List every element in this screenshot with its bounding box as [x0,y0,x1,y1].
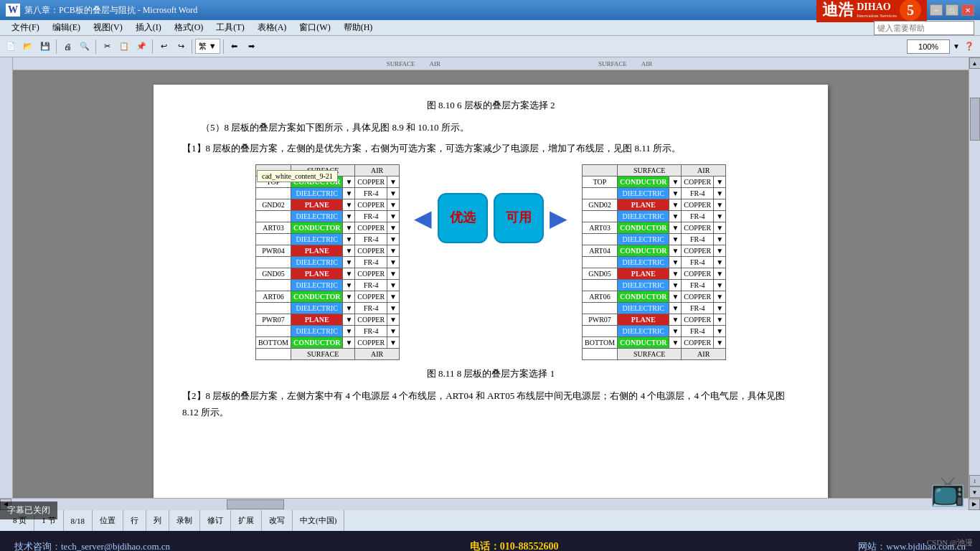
para-3-text: 【2】8 层板的叠层方案，左侧方案中有 4 个电源层 4 个布线层，ART04 … [182,390,785,418]
right-scrollbar[interactable]: ▲ ↕ ▼ [969,57,980,498]
undo-button[interactable]: ↩ [156,39,171,55]
table-row: ART04CONDUCTOR▼COPPER▼ [583,245,726,256]
redo-button[interactable]: ↪ [173,39,189,55]
doc-bg[interactable]: 图 8.10 6 层板的叠层方案选择 2 （5）8 层板的叠层方案如下图所示，具… [13,70,969,498]
hscroll-right-button[interactable]: ▶ [969,499,980,510]
lang-selector[interactable]: 繁 ▼ [195,39,220,54]
table-row: DIELECTRIC▼FR-4▼ [255,256,399,268]
scroll-up-button[interactable]: ▲ [969,57,981,69]
table-row: PWR07PLANE▼COPPER▼ [255,314,399,325]
arrows-middle: ◀ 优选 可用 ▶ [414,164,567,258]
tv-icon: 📺 [930,474,966,508]
subtitle-text: 字幕已关闭 [7,505,50,515]
menu-table[interactable]: 表格(A) [252,20,293,35]
usable-text: 可用 [506,210,532,226]
top-ruler: SURFACEAIR SURFACEAIR [13,57,969,70]
table-row: DIELECTRIC▼FR-4▼ [583,279,726,291]
promo-tech: 技术咨询：tech_server@bjdihao.com.cn [14,540,170,551]
dihao-logo-area: 迪浩 DIHAO Innovation Services 5 [816,0,927,22]
toolbar-sep1 [56,39,57,54]
zoom-label: ▼ [951,42,960,50]
menu-tools[interactable]: 工具(T) [210,20,250,35]
scroll-track[interactable] [969,69,981,475]
table-row: ART03CONDUCTOR▼COPPER▼ [583,222,726,233]
status-bar: 8 页 1 节 8/18 位置 行 列 录制 修订 扩展 改写 中文(中国) [0,509,980,531]
scroll-thumb[interactable] [970,98,980,141]
position-label: 位置 [100,515,116,526]
new-button[interactable]: 📄 [3,39,19,55]
status-page-of: 8/18 [64,510,93,531]
open-button[interactable]: 📂 [20,39,36,55]
col-label: 列 [154,515,161,526]
caption-810: 图 8.10 6 层板的叠层方案选择 2 [182,99,799,112]
zoom-input[interactable] [907,39,950,54]
word-icon: W [6,4,20,17]
table-row: ART03CONDUCTOR▼COPPER▼ [255,222,399,233]
dihao-en: DIHAO Innovation Services [857,1,897,19]
table-footer-row: SURFACEAIR [583,348,726,359]
preview-button[interactable]: 🔍 [77,39,93,55]
paste-button[interactable]: 📌 [133,39,149,55]
status-extend: 扩展 [231,510,262,531]
table-row: DIELECTRIC▼FR-4▼ [255,279,399,291]
right-table-container: SURFACE AIR TOPCONDUCTOR▼COPPER▼ DIELECT… [582,164,726,360]
left-table-container: cad_white_content_9-21 SURFACE AIR TO [255,164,400,360]
cad-tooltip: cad_white_content_9-21 [257,170,338,182]
table-row: PWR04PLANE▼COPPER▼ [255,245,399,256]
tb-btn7[interactable]: ➡ [244,39,260,55]
left-arrow-icon: ◀ [414,204,432,232]
search-input[interactable] [874,21,974,35]
menu-edit[interactable]: 编辑(E) [47,20,86,35]
table-row: DIELECTRIC▼FR-4▼ [583,256,726,268]
page-content: 图 8.10 6 层板的叠层方案选择 2 （5）8 层板的叠层方案如下图所示，具… [154,85,828,498]
menu-insert[interactable]: 插入(I) [130,20,167,35]
col-air-r: AIR [682,164,726,176]
copy-button[interactable]: 📋 [116,39,132,55]
promo-bar: 技术咨询：tech_server@bjdihao.com.cn 电话：010-8… [0,531,980,551]
table-row: TOPCONDUCTOR▼COPPER▼ [583,176,726,187]
menu-format[interactable]: 格式(O) [169,20,209,35]
doc-scroll-area[interactable]: SURFACEAIR SURFACEAIR 图 8.10 6 层板的叠层方案选择… [13,57,969,498]
para-3: 【2】8 层板的叠层方案，左侧方案中有 4 个电源层 4 个布线层，ART04 … [182,387,799,421]
save-button[interactable]: 💾 [37,39,53,55]
menu-file[interactable]: 文件(F) [6,20,45,35]
menu-window[interactable]: 窗口(W) [293,20,336,35]
status-row: 行 [123,510,146,531]
para-2: 【1】8 层板的叠层方案，左侧的是优先方案，右侧为可选方案，可选方案减少了电源层… [182,140,799,156]
cut-button[interactable]: ✂ [99,39,115,55]
tables-container: cad_white_content_9-21 SURFACE AIR TO [182,164,799,360]
print-button[interactable]: 🖨 [60,39,75,55]
close-button[interactable]: ✕ [961,4,974,16]
language-label: 中文(中国) [300,515,336,526]
para-1: （5）8 层板的叠层方案如下图所示，具体见图 8.9 和 10.10 所示。 [182,119,799,136]
record-label: 录制 [176,515,192,526]
maximize-button[interactable]: □ [946,4,958,16]
table-row: DIELECTRIC▼FR-4▼ [583,325,726,336]
status-col: 列 [146,510,169,531]
dihao-chinese: 迪浩 [822,0,854,21]
toolbar: 📄 📂 💾 🖨 🔍 ✂ 📋 📌 ↩ ↪ 繁 ▼ ⬅ ➡ ▼ ❓ [0,36,980,57]
hscroll-track[interactable] [11,499,969,510]
table-row: DIELECTRIC▼FR-4▼ [255,233,399,245]
arrows-row: ◀ 优选 可用 ▶ [414,193,567,243]
minimize-button[interactable]: ─ [930,4,943,16]
track-label: 修订 [207,515,223,526]
promo-phone: 电话：010-88552600 [470,540,559,551]
table-row: PWR07PLANE▼COPPER▼ [583,314,726,325]
scroll-to-end-button[interactable]: ↕ [969,475,981,486]
menu-view[interactable]: 视图(V) [88,20,128,35]
left-ruler [0,57,13,498]
right-layer-table: SURFACE AIR TOPCONDUCTOR▼COPPER▼ DIELECT… [582,164,726,360]
overwrite-label: 改写 [269,515,285,526]
tb-btn6[interactable]: ⬅ [227,39,242,55]
help-btn[interactable]: ❓ [961,39,977,55]
toolbar-sep5 [223,39,224,54]
col-air: AIR [355,164,400,176]
menu-help[interactable]: 帮助(H) [338,20,379,35]
bottom-scrollbar[interactable]: ◀ ▶ [0,498,980,509]
scroll-down-button[interactable]: ▼ [969,486,981,498]
caption-811: 图 8.11 8 层板的叠层方案选择 1 [182,367,799,380]
col-layer-r [583,164,618,176]
title-bar-right: 迪浩 DIHAO Innovation Services 5 ─ □ ✕ [816,0,974,22]
hscroll-thumb[interactable] [227,499,284,509]
